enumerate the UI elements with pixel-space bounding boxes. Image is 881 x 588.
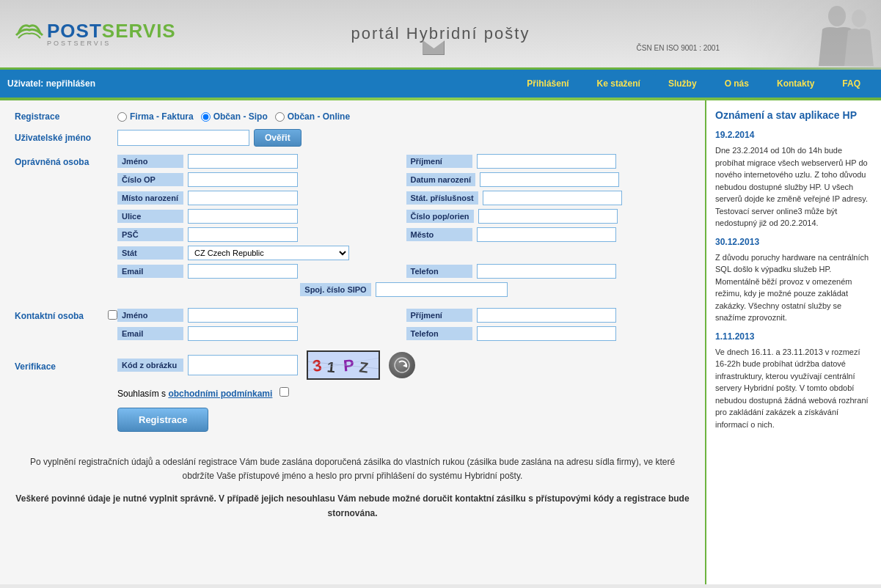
- kontaktni-osoba-fields: Jméno Příjmení Email Telefon: [117, 308, 690, 345]
- stat-prislusnost-label: Stát. příslušnost: [406, 191, 478, 205]
- kontaktni-osoba-label: Kontaktní osoba: [15, 308, 105, 321]
- nav-o-nas[interactable]: O nás: [712, 74, 762, 93]
- radio-obcan-sipo[interactable]: [201, 112, 211, 122]
- kontakt-jmeno-pair: Jméno: [117, 308, 402, 323]
- ulice-label: Ulice: [117, 210, 183, 223]
- news-date-2: 1.11.2013: [715, 331, 872, 342]
- jmeno-input[interactable]: [188, 154, 298, 169]
- sipo-input[interactable]: [376, 282, 508, 297]
- username-input[interactable]: [117, 130, 249, 146]
- captcha-input[interactable]: [188, 355, 298, 375]
- terms-link[interactable]: obchodními podmínkami: [168, 389, 272, 399]
- svg-point-1: [828, 6, 846, 26]
- register-button-row: Registrace: [117, 408, 690, 444]
- kontakt-email-label: Email: [117, 327, 183, 340]
- logo-area: POSTSERVIS POSTSERVIS: [15, 19, 176, 48]
- stat-select[interactable]: CZ Czech Republic: [188, 246, 349, 260]
- radio-obcan-online[interactable]: [275, 112, 285, 122]
- nav-ke-stazeni[interactable]: Ke stažení: [584, 74, 654, 93]
- datum-narozeni-label: Datum narození: [406, 173, 476, 186]
- username-content: Ověřit: [117, 129, 690, 147]
- terms-checkbox[interactable]: [279, 387, 289, 397]
- verifikace-label: Verifikace: [15, 359, 117, 372]
- jmeno-prijmeni-row: Jméno Příjmení: [117, 154, 690, 169]
- misto-narozeni-input[interactable]: [188, 191, 298, 205]
- cislo-op-input[interactable]: [188, 172, 298, 187]
- news-item-2: 1.11.2013 Ve dnech 16.11. a 23.11.2013 v…: [715, 331, 872, 431]
- radio-firma[interactable]: [117, 112, 127, 122]
- prijmeni-label: Příjmení: [406, 155, 472, 168]
- nav-prihlaseni[interactable]: Přihlášení: [513, 74, 582, 93]
- sipo-row: Spoj. číslo SIPO: [117, 282, 690, 297]
- misto-stat-row: Místo narození Stát. příslušnost: [117, 191, 690, 205]
- ulice-pair: Ulice: [117, 209, 402, 224]
- email-label: Email: [117, 265, 183, 278]
- nav-bar: Uživatel: nepřihlášen Přihlášení Ke staž…: [0, 70, 881, 98]
- logo-servis: SERVIS: [102, 20, 176, 42]
- kontaktni-osoba-checkbox[interactable]: [108, 310, 117, 320]
- telefon-label: Telefon: [406, 265, 472, 278]
- logo-icon: [15, 19, 44, 48]
- news-date-1: 30.12.2013: [715, 237, 872, 247]
- ulice-cislo-row: Ulice Číslo pop/orien: [117, 209, 690, 224]
- stat-label: Stát: [117, 246, 183, 260]
- right-panel: Oznámení a stav aplikace HP 19.2.2014 Dn…: [705, 100, 881, 584]
- csn-badge: ČSN EN ISO 9001 : 2001: [637, 44, 720, 52]
- email-input[interactable]: [188, 264, 298, 279]
- ulice-input[interactable]: [188, 209, 298, 224]
- logo-post: POST: [47, 20, 102, 42]
- kontakt-email-pair: Email: [117, 326, 402, 341]
- nav-sluzby[interactable]: Služby: [655, 74, 710, 93]
- kontakt-jmeno-label: Jméno: [117, 309, 183, 322]
- telefon-input[interactable]: [477, 264, 616, 279]
- email-telefon-row: Email Telefon: [117, 264, 690, 279]
- email-pair: Email: [117, 264, 402, 279]
- jmeno-label: Jméno: [117, 155, 183, 168]
- cislo-op-label: Číslo OP: [117, 173, 183, 186]
- news-text-0: Dne 23.2.2014 od 10h do 14h bude probíha…: [715, 144, 872, 229]
- nav-user-label: Uživatel: nepřihlášen: [7, 78, 513, 89]
- telefon-pair: Telefon: [406, 264, 691, 279]
- form-area: Registrace Firma - Faktura Občan - Sipo …: [0, 100, 705, 584]
- terms-row: Souhlasím s obchodními podmínkami: [117, 387, 690, 399]
- jmeno-pair: Jméno: [117, 154, 402, 169]
- radio-obcan-sipo-label: Občan - Sipo: [201, 111, 268, 122]
- news-text-2: Ve dnech 16.11. a 23.11.2013 v rozmezí 1…: [715, 346, 872, 431]
- kontakt-jmeno-row: Jméno Příjmení: [117, 308, 690, 323]
- radio-obcan-online-label: Občan - Online: [275, 111, 350, 122]
- nav-faq[interactable]: FAQ: [829, 74, 874, 93]
- terms-prefix: Souhlasím s: [117, 389, 168, 399]
- username-row: Uživatelské jméno Ověřit: [15, 129, 690, 147]
- info-text-2: Veškeré povinné údaje je nutné vyplnit s…: [15, 492, 690, 520]
- captcha-image: 3 1 P Z: [307, 350, 380, 380]
- opravnena-osoba-row: Oprávněná osoba Jméno Příjmení: [15, 154, 690, 301]
- verify-button[interactable]: Ověřit: [254, 129, 301, 147]
- registration-options: Firma - Faktura Občan - Sipo Občan - Onl…: [117, 111, 690, 122]
- kontaktni-osoba-row: Kontaktní osoba Jméno Příjmení: [15, 308, 690, 345]
- nav-kontakty[interactable]: Kontakty: [764, 74, 827, 93]
- mesto-input[interactable]: [477, 227, 616, 242]
- psc-input[interactable]: [188, 227, 298, 242]
- kontakt-email-input[interactable]: [188, 326, 298, 341]
- psc-pair: PSČ: [117, 227, 402, 242]
- mesto-pair: Město: [406, 227, 691, 242]
- username-label: Uživatelské jméno: [15, 133, 117, 143]
- stat-prislusnost-input[interactable]: [483, 191, 622, 205]
- kontakt-telefon-input[interactable]: [477, 326, 616, 341]
- prijmeni-input[interactable]: [477, 154, 616, 169]
- prijmeni-pair: Příjmení: [406, 154, 691, 169]
- registration-label: Registrace: [15, 111, 117, 122]
- page-header: POSTSERVIS POSTSERVIS portál Hybridní po…: [0, 0, 881, 70]
- panel-title: Oznámení a stav aplikace HP: [715, 109, 872, 121]
- cisloop-datum-row: Číslo OP Datum narození: [117, 172, 690, 187]
- kontakt-telefon-label: Telefon: [406, 327, 472, 340]
- register-button[interactable]: Registrace: [117, 408, 208, 432]
- kontakt-prijmeni-input[interactable]: [477, 308, 616, 323]
- svg-point-2: [852, 10, 866, 27]
- sipo-label: Spoj. číslo SIPO: [300, 283, 370, 296]
- kontakt-email-row: Email Telefon: [117, 326, 690, 341]
- datum-narozeni-input[interactable]: [480, 172, 619, 187]
- kontakt-jmeno-input[interactable]: [188, 308, 298, 323]
- captcha-refresh-button[interactable]: [389, 352, 415, 378]
- cislo-pop-input[interactable]: [478, 209, 618, 224]
